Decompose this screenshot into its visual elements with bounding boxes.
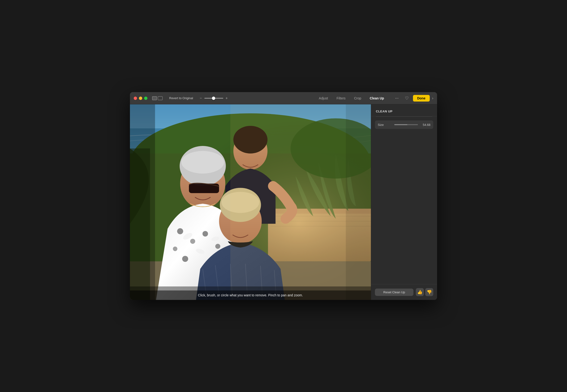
heart-icon: ♡ [405,96,409,101]
zoom-in-button[interactable]: + [225,96,229,100]
tab-filters[interactable]: Filters [332,95,350,101]
close-button[interactable] [134,97,137,100]
thumbs-down-icon: 👎 [427,290,432,295]
svg-point-17 [182,151,224,174]
minimize-button[interactable] [139,97,142,100]
photo-image [130,104,371,300]
main-content: Click, brush, or circle what you want to… [130,104,437,300]
thumbs-up-button[interactable]: 👍 [416,288,424,296]
view-toggle [152,96,163,100]
size-control[interactable]: Size 54.68 [375,120,433,129]
svg-point-22 [173,247,177,251]
zoom-slider[interactable] [204,98,223,99]
nav-tabs: Adjust Filters Crop Clean Up [315,95,388,101]
hint-text: Click, brush, or circle what you want to… [198,293,303,297]
tab-crop[interactable]: Crop [350,95,366,101]
zoom-thumb [212,97,215,100]
sidebar-body: Size 54.68 [371,117,437,204]
thumbs-up-icon: 👍 [417,290,422,295]
size-slider-fill [394,124,407,125]
reset-cleanup-button[interactable]: Reset Clean Up [375,289,413,296]
size-label: Size [375,123,392,126]
thumbs-down-button[interactable]: 👎 [425,288,433,296]
zoom-out-button[interactable]: − [199,96,203,100]
header-actions: ··· ♡ Done › [393,95,433,102]
more-icon: ··· [395,96,398,101]
sidebar-spacer [371,204,437,284]
tab-cleanup[interactable]: Clean Up [366,95,388,101]
tab-adjust[interactable]: Adjust [315,95,332,101]
svg-point-23 [215,244,220,249]
zoom-control: − + [199,96,229,100]
svg-rect-39 [130,104,155,300]
chevron-right-button[interactable]: › [432,96,433,100]
done-button[interactable]: Done [413,95,430,101]
chevron-right-icon: › [432,96,433,100]
sidebar-header: CLEAN UP [371,104,437,116]
feedback-buttons: 👍 👎 [416,288,433,296]
grid-view-icon[interactable] [158,96,163,100]
favorite-button[interactable]: ♡ [403,95,411,102]
sidebar: CLEAN UP Size 54.68 Reset Clean Up 👍 [371,104,437,300]
single-view-icon[interactable] [152,96,157,100]
photo-area[interactable]: Click, brush, or circle what you want to… [130,104,371,300]
revert-to-original-button[interactable]: Revert to Original [167,95,195,101]
svg-point-21 [202,231,208,236]
app-window: Revert to Original − + Adjust Filters Cr… [130,92,437,300]
fullscreen-button[interactable] [144,97,147,100]
photo-container [130,104,371,300]
more-options-button[interactable]: ··· [393,95,401,102]
svg-point-19 [177,228,183,235]
sidebar-title: CLEAN UP [376,110,392,113]
traffic-lights [134,97,147,100]
size-slider[interactable] [394,124,418,125]
svg-point-20 [190,239,195,244]
sidebar-footer: Reset Clean Up 👍 👎 [371,284,437,300]
svg-rect-40 [346,104,371,300]
size-value: 54.68 [420,123,433,126]
svg-point-24 [182,256,188,262]
photo-hint: Click, brush, or circle what you want to… [130,291,371,300]
titlebar: Revert to Original − + Adjust Filters Cr… [130,92,437,104]
